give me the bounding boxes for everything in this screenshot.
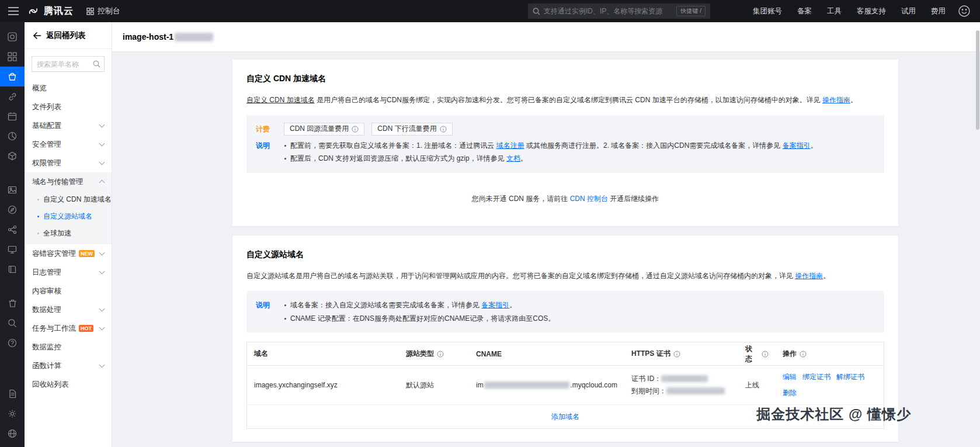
cos-bucket-icon[interactable] [0, 67, 25, 86]
hot-badge: HOT [79, 325, 93, 332]
share-network-icon[interactable] [0, 220, 25, 240]
shortcut-hint: 快捷键 / [676, 6, 706, 16]
scrollbar-thumb[interactable] [976, 30, 979, 130]
add-domain-link[interactable]: 添加域名 [551, 412, 579, 422]
chevron-down-icon [99, 306, 105, 312]
billing-badge-downstream-traffic[interactable]: CDN 下行流量费用 [371, 123, 452, 136]
sidebar-item-basic-config[interactable]: 基础配置 [25, 116, 112, 135]
edit-domain-link[interactable]: 编辑 [783, 372, 797, 382]
globe-icon[interactable] [0, 424, 25, 443]
cell-domain: images.yxchangingself.xyz [247, 381, 399, 389]
info-icon[interactable] [440, 126, 447, 133]
col-origin-type: 源站类型 [399, 349, 469, 359]
bucket-name: image-host-1 [123, 32, 173, 41]
trash-icon[interactable] [0, 293, 25, 313]
sidebar-item-scf[interactable]: 函数计算 [25, 356, 112, 375]
info-icon[interactable] [800, 351, 807, 358]
book-icon[interactable] [0, 259, 25, 279]
sidebar-item-permissions[interactable]: 权限管理 [25, 154, 112, 172]
icon-rail [0, 22, 25, 447]
compass-icon[interactable] [0, 200, 25, 220]
gzip-doc-link[interactable]: 文档 [506, 154, 520, 162]
delete-domain-link[interactable]: 删除 [783, 388, 797, 398]
global-search[interactable]: 快捷键 / [528, 4, 710, 19]
calendar-icon[interactable] [0, 106, 25, 126]
icp-guide-link[interactable]: 备案指引 [481, 301, 509, 309]
doc-icon[interactable] [0, 384, 25, 404]
sidebar-item-disaster-recovery[interactable]: 容错容灾管理NEW [25, 244, 112, 263]
console-link[interactable]: 控制台 [86, 6, 120, 16]
domain-transfer-group: 域名与传输管理 自定义 CDN 加速域名 自定义源站域名 全球加速 [25, 172, 112, 244]
zoom-icon[interactable] [0, 313, 25, 333]
sidebar-item-recycle-bin[interactable]: 回收站列表 [25, 375, 112, 394]
info-icon[interactable] [437, 351, 444, 358]
global-search-input[interactable] [544, 7, 676, 15]
sidebar-item-security[interactable]: 安全管理 [25, 135, 112, 154]
bullet-dot [37, 216, 39, 217]
info-icon[interactable] [762, 351, 769, 358]
back-to-bucket-list[interactable]: 返回桶列表 [25, 22, 112, 49]
col-domain: 域名 [247, 349, 399, 359]
redacted-cert-expiry [666, 387, 725, 394]
nav-billing[interactable]: 费用 [923, 0, 953, 22]
origin-info-box: 说明 域名备案：接入自定义源站域名需要完成域名备案，详情参见 备案指引。 CNA… [246, 291, 884, 333]
pie-chart-icon[interactable] [0, 126, 25, 146]
cdn-note-1: 配置前，需要先获取自定义域名并备案：1. 注册域名：通过腾讯云 域名注册 或其他… [284, 139, 875, 153]
sidebar-item-file-list[interactable]: 文件列表 [25, 98, 112, 116]
tencent-cloud-logo[interactable]: 腾讯云 [27, 5, 74, 18]
cell-status: 上线 [738, 380, 776, 390]
note-label: 说明 [256, 299, 284, 311]
sidebar-sub-global-acceleration[interactable]: 全球加速 [25, 225, 112, 242]
info-icon[interactable] [673, 351, 680, 358]
sidebar-item-content-moderation[interactable]: 内容审核 [25, 282, 112, 300]
search-icon[interactable] [93, 60, 100, 68]
cdn-console-link[interactable]: CDN 控制台 [570, 195, 608, 203]
origin-note-2: CNAME 记录配置：在DNS服务商处配置好对应的CNAME记录，将请求路由至C… [284, 312, 875, 325]
sidebar-sub-custom-origin-domain[interactable]: 自定义源站域名 [25, 208, 112, 225]
sidebar-menu: 概览 文件列表 基础配置 安全管理 权限管理 域名与传输管理 自定义 CDN 加… [25, 77, 112, 447]
note-row: 说明 配置前，需要先获取自定义域名并备案：1. 注册域名：通过腾讯云 域名注册 … [256, 137, 875, 168]
note-row: 说明 域名备案：接入自定义源站域名需要完成域名备案，详情参见 备案指引。 CNA… [256, 297, 875, 327]
menu-search [32, 56, 105, 72]
bind-cert-link[interactable]: 绑定证书 [802, 372, 830, 382]
sidebar-item-overview[interactable]: 概览 [25, 79, 112, 98]
monitor-icon[interactable] [0, 240, 25, 259]
origin-guide-link[interactable]: 操作指南 [795, 272, 823, 280]
sidebar-item-log-management[interactable]: 日志管理 [25, 263, 112, 282]
cube-icon[interactable] [0, 146, 25, 166]
nav-trial[interactable]: 试用 [894, 0, 923, 22]
sidebar-item-tasks-workflow[interactable]: 任务与工作流HOT [25, 319, 112, 338]
bullet-dot [37, 233, 39, 234]
redacted-cert-id [661, 375, 708, 382]
domain-registration-link[interactable]: 域名注册 [496, 141, 524, 150]
nav-icp-filing[interactable]: 备案 [790, 0, 819, 22]
sidebar-item-domain-transfer[interactable]: 域名与传输管理 [25, 172, 112, 191]
nav-group-account[interactable]: 集团账号 [745, 0, 790, 22]
unbind-cert-link[interactable]: 解绑证书 [836, 372, 864, 382]
billing-badge-origin-traffic[interactable]: CDN 回源流量费用 [284, 123, 364, 136]
cell-cname: im.myqcloud.com [469, 381, 624, 389]
image-icon[interactable] [0, 180, 25, 200]
nav-tools[interactable]: 工具 [819, 0, 849, 22]
sidebar-item-data-monitoring[interactable]: 数据监控 [25, 338, 112, 356]
back-arrow-icon [33, 32, 41, 40]
sidebar-sub-custom-cdn-domain[interactable]: 自定义 CDN 加速域名 [25, 191, 112, 208]
table-row: images.yxchangingself.xyz 默认源站 im.myqclo… [247, 366, 884, 405]
cdn-guide-link[interactable]: 操作指南 [822, 96, 850, 104]
nav-support[interactable]: 客服支持 [849, 0, 894, 22]
col-https-cert: HTTPS 证书 [624, 349, 738, 359]
hamburger-menu-icon[interactable] [0, 0, 27, 22]
cdn-card-title: 自定义 CDN 加速域名 [246, 74, 326, 84]
link-icon[interactable] [0, 86, 25, 106]
page-scrollbar [976, 23, 979, 446]
icp-guide-link[interactable]: 备案指引 [783, 141, 811, 150]
brand-name: 腾讯云 [44, 5, 74, 18]
customer-service-icon[interactable] [958, 5, 971, 18]
gear-icon[interactable] [0, 404, 25, 424]
sidebar-item-data-processing[interactable]: 数据处理 [25, 300, 112, 319]
overview-icon[interactable] [0, 27, 25, 47]
products-grid-icon[interactable] [0, 47, 25, 67]
info-icon[interactable] [352, 126, 359, 133]
help-circle-icon[interactable] [0, 333, 25, 353]
cdn-term-link[interactable]: 自定义 CDN 加速域名 [246, 96, 315, 104]
